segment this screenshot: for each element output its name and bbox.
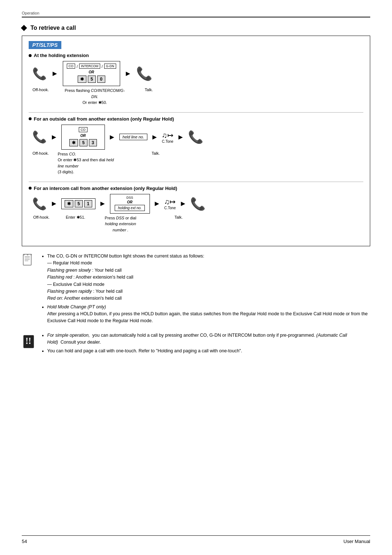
warning-section: !! For simple operation, you can automat…: [22, 332, 370, 356]
svg-text:!!: !!: [25, 336, 31, 346]
caption-offhook-2: Off-hook.: [32, 151, 49, 155]
svg-point-5: [23, 254, 25, 255]
dss-or-label: OR: [127, 200, 132, 204]
dss-group: DSS OR holding ext no.: [110, 194, 150, 214]
sub-divider-2: [29, 182, 363, 182]
held-line-box: held line no.: [119, 134, 147, 140]
page-number: 54: [22, 539, 27, 544]
section-title: To retrieve a call: [22, 25, 370, 31]
subsection-outside: For an outside call from another extensi…: [29, 116, 363, 175]
dss-key-label: DSS: [126, 196, 133, 199]
ctone-box-2: ♫↦ C.Tone: [164, 197, 176, 210]
co-key-only: CO: [79, 127, 87, 132]
phone-offhook-icon-1: 📞: [32, 67, 47, 81]
five-key-2: 5: [79, 139, 87, 146]
warning-svg-icon: !!: [22, 333, 36, 351]
caption-offhook-1: Off-hook.: [32, 88, 49, 92]
star-key-3: ✱: [65, 200, 73, 207]
holding-ext-box: holding ext no.: [115, 205, 145, 211]
caption-talk-2: Talk.: [147, 151, 164, 155]
star-5-0-row: ✱ 5 0: [78, 76, 105, 83]
subsection-intercom: For an intercom call from another extens…: [29, 186, 363, 233]
ctone-label-2: C.Tone: [164, 206, 176, 210]
svg-point-6: [27, 254, 28, 255]
arrow-2: ►: [124, 69, 132, 78]
svg-point-7: [30, 254, 32, 255]
arrow-3: ►: [50, 133, 58, 141]
caption-press-1: Press flashing CO/INTERCOM/G-DN. Or ente…: [62, 88, 127, 106]
caption-press-2: Press CO. Or enter ✱53 and then dial hel…: [58, 151, 114, 175]
sub-divider-1: [29, 112, 363, 113]
note-text-1: The CO, G-DN or INTERCOM button light sh…: [41, 253, 370, 326]
co-intercom-gdn-keys: CO / INTERCOM / G-DN: [67, 64, 116, 69]
btn-group-2: CO OR ✱ 5 3: [61, 125, 105, 150]
btn-group-1: CO / INTERCOM / G-DN OR ✱ 5 0: [63, 61, 120, 86]
three-key-2: 3: [89, 139, 97, 146]
manual-label: User Manual: [343, 539, 370, 544]
intercom-key: INTERCOM: [79, 64, 100, 69]
offhook-phone-1: 📞: [32, 67, 47, 81]
caption-enter-3: Enter ✱51.: [59, 215, 92, 220]
or-label-2: OR: [80, 134, 86, 138]
gdn-key: G-DN: [104, 64, 116, 69]
arrow-4: ►: [109, 133, 116, 141]
top-rule: [22, 17, 370, 17]
star-5-1-row: ✱ 5 1: [61, 198, 95, 209]
ctone-label-1: C.Tone: [162, 139, 173, 143]
five-key-3: 5: [75, 200, 83, 207]
note-icon-1: [22, 253, 36, 326]
five-key-1: 5: [88, 76, 96, 83]
or-label-1: OR: [89, 70, 94, 74]
star-5-3-row: ✱ 5 3: [69, 139, 97, 146]
subsection-outside-title: For an outside call from another extensi…: [29, 116, 363, 122]
caption-talk-1: Talk.: [140, 88, 157, 92]
page-footer: 54 User Manual: [22, 535, 370, 544]
star-key-2: ✱: [69, 139, 78, 146]
arrow-7: ►: [50, 199, 58, 208]
warning-text: For simple operation, you can automatica…: [41, 332, 370, 356]
pt-header: PT/SLT/PS: [29, 41, 61, 49]
subsection-holding-title: At the holding extension: [29, 53, 363, 58]
arrow-8: ►: [99, 199, 106, 208]
arrow-5: ►: [151, 133, 158, 141]
note-svg-icon: [22, 254, 35, 270]
arrow-1: ►: [51, 69, 58, 78]
bullet-icon-2: [29, 117, 32, 120]
offhook-phone-2: 📞: [32, 130, 47, 144]
talk-icon-2: 📞: [188, 130, 203, 144]
page: Operation To retrieve a call PT/SLT/PS A…: [0, 0, 392, 555]
one-key-3: 1: [84, 200, 92, 207]
ctone-box-1: ♫↦ C.Tone: [162, 131, 173, 143]
warning-icon: !!: [22, 332, 36, 356]
arrow-9: ►: [154, 199, 161, 208]
ctone-icon-1: ♫↦: [162, 131, 173, 139]
diamond-icon: [21, 25, 27, 31]
caption-offhook-3: Off-hook.: [32, 215, 50, 219]
subsection-intercom-title: For an intercom call from another extens…: [29, 186, 363, 191]
zero-key-1: 0: [97, 76, 105, 83]
breadcrumb: Operation: [22, 11, 370, 15]
ctone-icon-2: ♫↦: [164, 197, 176, 206]
caption-dss-3: Press DSS or dial holding extensionnumbe…: [101, 215, 140, 233]
star-key-1: ✱: [78, 76, 86, 83]
talk-icon-3: 📞: [190, 197, 205, 211]
arrow-6: ►: [177, 133, 184, 141]
co-key-2: CO: [79, 127, 87, 132]
note-section-1: The CO, G-DN or INTERCOM button light sh…: [22, 253, 370, 326]
talk-icon-1: 📞: [136, 66, 152, 81]
bullet-icon-3: [29, 187, 32, 190]
main-box: PT/SLT/PS At the holding extension 📞 ► C…: [22, 36, 370, 246]
subsection-holding: At the holding extension 📞 ► CO / INTERC…: [29, 53, 363, 106]
offhook-phone-3: 📞: [32, 197, 47, 211]
svg-rect-0: [23, 254, 31, 265]
co-key: CO: [67, 64, 75, 69]
caption-talk-3: Talk.: [170, 215, 187, 219]
arrow-10: ►: [179, 199, 187, 208]
bullet-icon: [29, 54, 32, 57]
